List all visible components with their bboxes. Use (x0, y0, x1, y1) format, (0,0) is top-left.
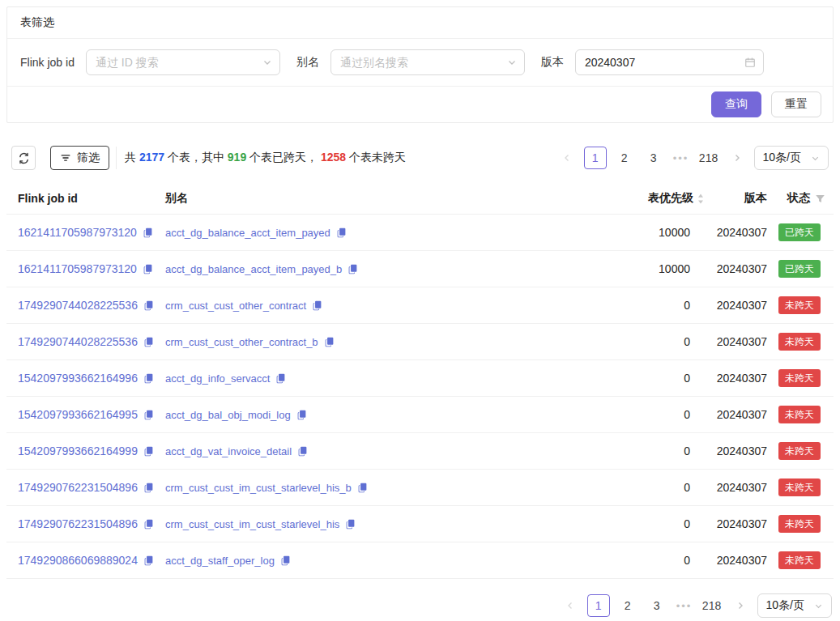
page-1-button[interactable]: 1 (584, 147, 607, 169)
alias-link[interactable]: crm_cust_cust_other_contract (165, 300, 306, 312)
copy-icon[interactable] (324, 337, 335, 347)
crossed-count: 919 (228, 151, 246, 164)
priority-cell: 0 (588, 299, 710, 312)
toolbar: 筛选 共 2177 个表，其中 919 个表已跨天， 1258 个表未跨天 1 … (6, 146, 834, 170)
filter-actions: 查询 重置 (7, 87, 833, 122)
priority-cell: 0 (588, 481, 710, 494)
alias-select[interactable] (330, 49, 525, 75)
page-size-value: 10条/页 (763, 151, 801, 165)
total-count: 2177 (139, 151, 164, 164)
pagination-bottom: 1 2 3 ••• 218 10条/页 (560, 593, 832, 618)
copy-icon[interactable] (297, 446, 308, 457)
flink-job-id-link[interactable]: 1749290744028225536 (18, 335, 138, 348)
refresh-icon (18, 152, 30, 164)
version-cell: 20240307 (710, 262, 774, 275)
copy-icon[interactable] (336, 228, 347, 238)
flink-job-id-link[interactable]: 1542097993662164995 (18, 408, 138, 421)
next-page-button[interactable] (727, 147, 748, 169)
column-header-priority[interactable]: 表优先级 (588, 183, 710, 214)
sort-icon[interactable] (697, 193, 705, 205)
bottom-pagination-row: 1 2 3 ••• 218 10条/页 (6, 593, 834, 618)
page-size-select[interactable]: 10条/页 (754, 146, 829, 170)
chevron-down-icon (507, 57, 517, 67)
page-3-button[interactable]: 3 (642, 147, 665, 169)
summary-t3: 个表已跨天， (246, 151, 321, 164)
copy-icon[interactable] (143, 373, 154, 384)
alias-link[interactable]: acct_dg_balance_acct_item_payed (165, 227, 330, 239)
status-badge: 未跨天 (778, 369, 821, 387)
copy-icon[interactable] (280, 555, 291, 566)
copy-icon[interactable] (143, 519, 154, 530)
flink-job-id-link[interactable]: 1542097993662164999 (18, 444, 138, 457)
reset-button[interactable]: 重置 (771, 91, 821, 117)
alias-link[interactable]: acct_dg_vat_invoice_detail (165, 445, 292, 457)
alias-input[interactable] (331, 50, 524, 74)
query-button[interactable]: 查询 (711, 91, 761, 117)
alias-link[interactable]: acct_dg_info_servacct (165, 372, 270, 385)
copy-icon[interactable] (143, 337, 154, 347)
alias-link[interactable]: acct_dg_balance_acct_item_payed_b (165, 263, 342, 275)
alias-link[interactable]: acct_dg_staff_oper_log (165, 555, 275, 567)
copy-icon[interactable] (348, 264, 358, 274)
version-cell: 20240307 (710, 517, 774, 530)
copy-icon[interactable] (312, 300, 322, 311)
page-2-button[interactable]: 2 (613, 147, 636, 169)
flink-job-id-link[interactable]: 1542097993662164996 (18, 372, 138, 385)
alias-link[interactable]: acct_dg_bal_obj_modi_log (165, 409, 291, 421)
copy-icon[interactable] (357, 483, 368, 493)
page-ellipsis[interactable]: ••• (675, 600, 694, 612)
alias-link[interactable]: crm_cust_cust_other_contract_b (165, 336, 318, 348)
copy-icon[interactable] (143, 555, 154, 566)
refresh-button[interactable] (11, 146, 36, 170)
page-last-button[interactable]: 218 (701, 594, 723, 617)
next-page-button[interactable] (730, 594, 751, 617)
status-badge: 未跨天 (778, 551, 821, 569)
filter-toggle-button[interactable]: 筛选 (50, 146, 109, 170)
prev-page-button[interactable] (560, 594, 581, 617)
alias-link[interactable]: crm_cust_cust_im_cust_starlevel_his_b (165, 482, 352, 494)
column-header-version: 版本 (710, 183, 774, 214)
table: Flink job id 别名 表优先级 版本 状态 1621411705987… (6, 183, 834, 579)
flink-job-id-link[interactable]: 1749290762231504896 (18, 517, 138, 530)
page-1-button[interactable]: 1 (587, 594, 610, 617)
version-cell: 20240307 (710, 481, 774, 494)
flink-job-id-link[interactable]: 1749290762231504896 (18, 481, 138, 494)
status-badge: 未跨天 (778, 442, 821, 460)
page-ellipsis[interactable]: ••• (672, 152, 691, 164)
page-size-select[interactable]: 10条/页 (757, 593, 832, 618)
flink-job-id-input[interactable] (87, 50, 279, 74)
copy-icon[interactable] (143, 228, 153, 238)
priority-cell: 10000 (588, 262, 710, 275)
copy-icon[interactable] (143, 300, 154, 311)
alias-link[interactable]: crm_cust_cust_im_cust_starlevel_his (165, 518, 339, 530)
status-badge: 已跨天 (778, 260, 821, 278)
page-last-button[interactable]: 218 (697, 147, 720, 169)
filter-funnel-icon[interactable] (815, 194, 825, 204)
priority-cell: 0 (588, 335, 710, 348)
filter-card: 表筛选 Flink job id 别名 版本 (6, 6, 834, 123)
table-row: 1749290866069889024 acct_dg_staff_oper_l… (6, 542, 834, 579)
copy-icon[interactable] (143, 264, 153, 274)
copy-icon[interactable] (143, 410, 154, 420)
column-header-status: 状态 (774, 183, 834, 214)
chevron-down-icon (814, 602, 823, 610)
copy-icon[interactable] (143, 446, 154, 457)
flink-job-id-link[interactable]: 1621411705987973120 (18, 226, 137, 239)
page-2-button[interactable]: 2 (616, 594, 639, 617)
flink-job-id-select[interactable] (86, 49, 280, 75)
flink-job-id-link[interactable]: 1749290744028225536 (18, 299, 138, 312)
table-row: 1621411705987973120 acct_dg_balance_acct… (6, 215, 834, 251)
version-cell: 20240307 (710, 299, 774, 312)
copy-icon[interactable] (275, 373, 286, 384)
version-date-picker[interactable] (575, 49, 764, 75)
prev-page-button[interactable] (556, 147, 578, 169)
version-cell: 20240307 (710, 335, 774, 348)
page-3-button[interactable]: 3 (646, 594, 668, 617)
flink-job-id-link[interactable]: 1749290866069889024 (18, 554, 138, 567)
copy-icon[interactable] (296, 410, 307, 420)
version-date-input[interactable] (576, 50, 763, 74)
copy-icon[interactable] (143, 483, 154, 493)
flink-job-id-link[interactable]: 1621411705987973120 (18, 262, 137, 275)
copy-icon[interactable] (345, 519, 356, 530)
priority-cell: 0 (588, 408, 710, 421)
